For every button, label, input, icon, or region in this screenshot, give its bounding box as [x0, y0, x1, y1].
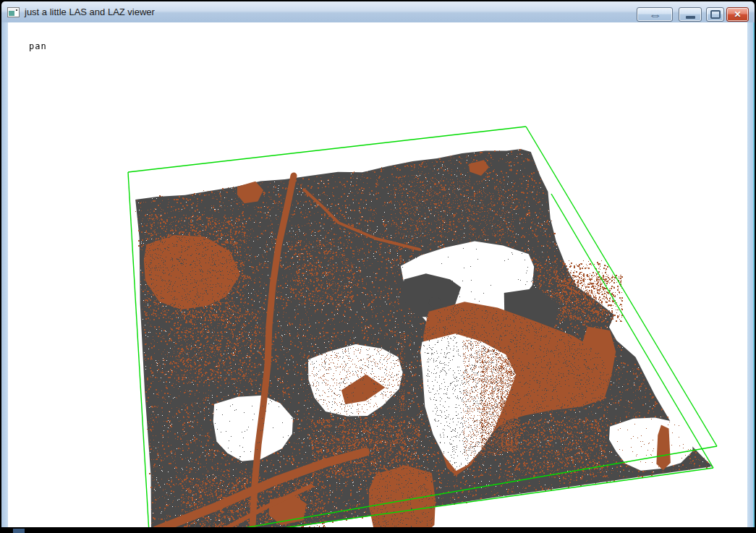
resize-button[interactable]: ⇔	[637, 7, 673, 22]
app-icon-dot	[16, 9, 17, 11]
double-arrow-icon: ⇔	[648, 9, 662, 20]
maximize-icon	[710, 10, 721, 19]
titlebar[interactable]: just a little LAS and LAZ viewer ⇔ ✕	[1, 1, 755, 22]
app-window-icon	[7, 7, 20, 17]
window-border-left	[1, 22, 8, 527]
window-border-bottom-left-corner	[13, 529, 25, 533]
window-bottom-edge	[0, 527, 756, 533]
las-viewport-canvas[interactable]	[0, 0, 756, 533]
maximize-button[interactable]	[706, 7, 724, 22]
window-border-right-highlight	[753, 22, 755, 527]
window-border-right	[747, 22, 753, 527]
screenshot-root: { "window": { "title": "just a little LA…	[0, 0, 756, 533]
mode-indicator: pan	[29, 41, 47, 51]
close-icon: ✕	[734, 10, 741, 19]
close-button[interactable]: ✕	[726, 7, 749, 22]
minimize-button[interactable]	[679, 7, 702, 22]
window-title: just a little LAS and LAZ viewer	[25, 7, 155, 17]
app-icon-pane	[9, 11, 14, 16]
minimize-icon	[686, 16, 695, 19]
